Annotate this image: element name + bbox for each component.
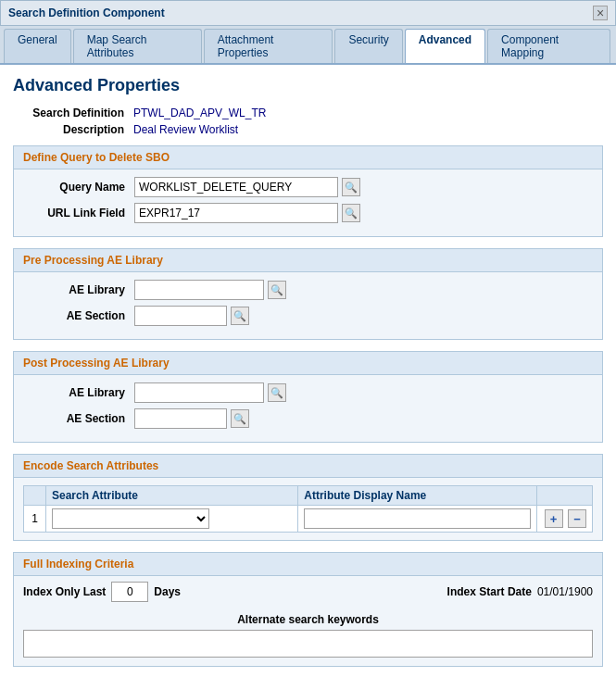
alternate-keywords-area [14,630,602,666]
post-processing-body: AE Library 🔍 AE Section 🔍 [14,375,602,442]
post-processing-section: Post Processing AE Library AE Library 🔍 … [13,351,603,443]
tab-advanced[interactable]: Advanced [405,29,485,63]
pre-ae-section-row: AE Section 🔍 [23,306,593,326]
days-label: Days [154,585,181,598]
pre-ae-library-search-button[interactable]: 🔍 [268,281,286,299]
pre-processing-body: AE Library 🔍 AE Section 🔍 [14,272,602,339]
search-definition-label: Search Definition [13,107,133,119]
url-link-search-button[interactable]: 🔍 [342,204,360,222]
query-name-label: Query Name [23,181,134,194]
index-start-date-value: 01/01/1900 [537,585,593,598]
full-indexing-section: Full Indexing Criteria Index Only Last D… [13,552,603,667]
pre-ae-section-search-button[interactable]: 🔍 [231,307,249,325]
index-only-last-label: Index Only Last [23,585,106,598]
post-ae-library-search-button[interactable]: 🔍 [268,383,286,402]
define-query-header: Define Query to Delete SBO [14,146,602,169]
pre-ae-library-input[interactable] [134,280,264,300]
col-actions [536,486,592,506]
post-ae-section-search-button[interactable]: 🔍 [231,409,249,428]
col-search-attribute: Search Attribute [46,486,298,506]
post-ae-section-row: AE Section 🔍 [23,408,593,429]
encode-search-header: Encode Search Attributes [14,455,602,478]
row-number: 1 [24,506,46,533]
attribute-display-name-cell [298,506,536,533]
main-content: Advanced Properties Search Definition PT… [0,65,616,677]
pre-ae-section-label: AE Section [23,309,134,322]
description-label: Description [13,123,133,136]
title-bar: Search Definition Component × [0,0,616,26]
tab-bar: General Map Search Attributes Attachment… [0,26,616,65]
close-button[interactable]: × [593,6,608,20]
action-buttons-cell: + − [536,506,592,533]
define-query-body: Query Name 🔍 URL Link Field 🔍 [14,169,602,236]
query-name-search-button[interactable]: 🔍 [342,178,360,196]
post-processing-header: Post Processing AE Library [14,352,602,375]
tab-attachment-properties[interactable]: Attachment Properties [204,29,333,63]
add-row-button[interactable]: + [545,509,563,528]
url-link-field-row: URL Link Field 🔍 [23,203,593,223]
alternate-keywords-label: Alternate search keywords [14,608,602,630]
index-start-date-label: Index Start Date [447,585,532,598]
description-row: Description Deal Review Worklist [13,123,603,136]
tab-security[interactable]: Security [334,29,402,63]
pre-ae-library-label: AE Library [23,283,134,296]
url-link-field-input[interactable] [134,203,338,223]
encode-search-table: Search Attribute Attribute Display Name … [23,485,593,533]
tab-map-search-attributes[interactable]: Map Search Attributes [73,29,202,63]
search-definition-value: PTWL_DAD_APV_WL_TR [133,107,266,119]
url-link-field-label: URL Link Field [23,207,134,219]
tab-general[interactable]: General [4,29,71,63]
alternate-keywords-textarea[interactable] [23,630,593,658]
description-value: Deal Review Worklist [133,123,238,136]
encode-search-section: Encode Search Attributes Search Attribut… [13,454,603,541]
full-indexing-header: Full Indexing Criteria [14,553,602,576]
search-definition-row: Search Definition PTWL_DAD_APV_WL_TR [13,107,603,119]
remove-row-button[interactable]: − [568,509,586,528]
col-attribute-display-name: Attribute Display Name [298,486,536,506]
query-name-input[interactable] [134,177,338,197]
pre-ae-section-input[interactable] [134,306,227,326]
indexing-body: Index Only Last Days Index Start Date 01… [14,576,602,608]
post-ae-library-input[interactable] [134,382,264,403]
index-start-date-group: Index Start Date 01/01/1900 [447,585,593,598]
post-ae-library-label: AE Library [23,386,134,399]
pre-processing-section: Pre Processing AE Library AE Library 🔍 A… [13,248,603,340]
define-query-section: Define Query to Delete SBO Query Name 🔍 … [13,145,603,237]
window-title: Search Definition Component [8,6,165,19]
post-ae-section-input[interactable] [134,408,227,429]
search-attribute-cell [46,506,298,533]
pre-ae-library-row: AE Library 🔍 [23,280,593,300]
col-row-num [24,486,46,506]
pre-processing-header: Pre Processing AE Library [14,249,602,272]
index-only-last-input[interactable] [111,582,148,602]
attribute-display-name-input[interactable] [304,508,530,529]
query-name-row: Query Name 🔍 [23,177,593,197]
post-ae-section-label: AE Section [23,412,134,425]
page-heading: Advanced Properties [13,76,603,95]
table-row: 1 + − [24,506,593,533]
post-ae-library-row: AE Library 🔍 [23,382,593,403]
search-attribute-select[interactable] [52,508,209,529]
tab-component-mapping[interactable]: Component Mapping [487,29,610,63]
